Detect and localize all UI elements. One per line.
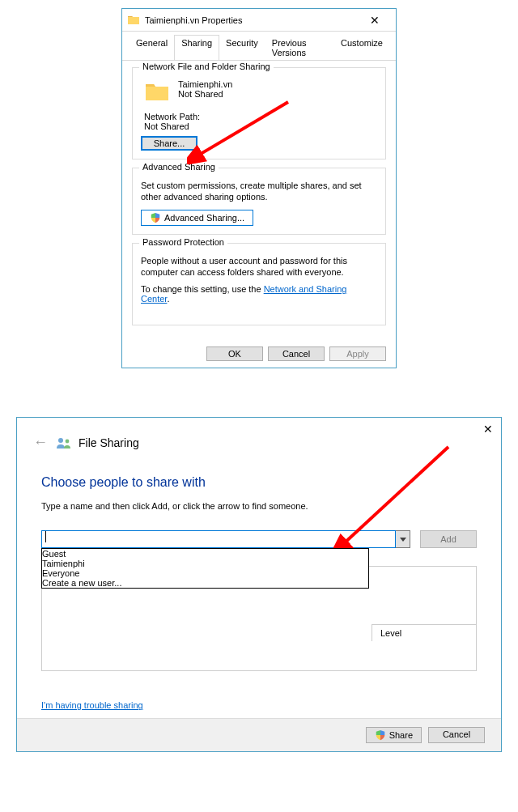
- tab-general[interactable]: General: [129, 35, 175, 60]
- add-button[interactable]: Add: [420, 530, 477, 548]
- share-button[interactable]: Share: [366, 727, 422, 743]
- tab-strip: General Sharing Security Previous Versio…: [122, 32, 396, 61]
- network-path-value: Not Shared: [144, 121, 377, 131]
- heading: Choose people to share with: [41, 475, 477, 490]
- dropdown-item-create-user[interactable]: Create a new user...: [42, 578, 368, 588]
- password-text-1: People without a user account and passwo…: [141, 255, 377, 278]
- close-button[interactable]: ✕: [483, 423, 493, 436]
- titlebar[interactable]: Taimienphi.vn Properties ✕: [122, 9, 396, 32]
- name-input[interactable]: [41, 530, 396, 548]
- folder-icon: [127, 14, 140, 27]
- advanced-sharing-button[interactable]: Advanced Sharing...: [141, 210, 253, 226]
- advanced-description: Set custom permissions, create multiple …: [141, 180, 377, 203]
- chevron-down-icon: [400, 538, 406, 542]
- network-sharing-group: Network File and Folder Sharing Taimienp…: [132, 67, 386, 159]
- network-path-label: Network Path:: [144, 112, 377, 121]
- group-title: Password Protection: [139, 237, 227, 247]
- tab-content: Network File and Folder Sharing Taimienp…: [122, 61, 396, 340]
- tab-customize[interactable]: Customize: [333, 35, 390, 60]
- password-protection-group: Password Protection People without a use…: [132, 243, 386, 326]
- folder-name-label: Taimienphi.vn: [178, 79, 232, 89]
- password-text-2: To change this setting, use the Network …: [141, 284, 377, 304]
- tab-security[interactable]: Security: [219, 35, 265, 60]
- dialog-body: Choose people to share with Type a name …: [17, 459, 501, 718]
- dialog-footer: Share Cancel: [17, 718, 501, 751]
- name-combo-row: Add Guest Taimienphi Everyone Create a n…: [41, 530, 477, 548]
- combo-dropdown-button[interactable]: [396, 530, 410, 548]
- close-button[interactable]: ✕: [359, 14, 391, 27]
- ok-button[interactable]: OK: [206, 346, 263, 361]
- properties-dialog: Taimienphi.vn Properties ✕ General Shari…: [121, 8, 397, 368]
- advanced-sharing-label: Advanced Sharing...: [164, 213, 244, 223]
- share-button-label: Share: [389, 730, 413, 740]
- dropdown-item-guest[interactable]: Guest: [42, 549, 368, 559]
- dialog-title: Taimienphi.vn Properties: [145, 15, 359, 25]
- dropdown-item-everyone[interactable]: Everyone: [42, 568, 368, 578]
- shield-icon: [150, 212, 161, 223]
- svg-point-2: [66, 439, 70, 443]
- dialog-title: File Sharing: [79, 436, 139, 449]
- file-sharing-dialog: ✕ ← File Sharing Choose people to share …: [16, 417, 502, 752]
- dialog-header: ← File Sharing: [17, 418, 501, 459]
- share-status-label: Not Shared: [178, 89, 232, 99]
- permission-level-header: Level: [372, 624, 477, 641]
- dialog-footer: OK Cancel Apply: [122, 340, 396, 368]
- group-title: Advanced Sharing: [139, 162, 219, 172]
- back-arrow-icon[interactable]: ←: [33, 434, 48, 451]
- cancel-button[interactable]: Cancel: [268, 346, 325, 361]
- apply-button[interactable]: Apply: [329, 346, 386, 361]
- tab-sharing[interactable]: Sharing: [174, 35, 219, 60]
- group-title: Network File and Folder Sharing: [139, 62, 274, 71]
- dropdown-item-taimienphi[interactable]: Taimienphi: [42, 559, 368, 568]
- shield-icon: [375, 729, 386, 741]
- folder-icon: [144, 79, 170, 105]
- cancel-button[interactable]: Cancel: [428, 727, 485, 743]
- advanced-sharing-group: Advanced Sharing Set custom permissions,…: [132, 168, 386, 235]
- dropdown-list: Guest Taimienphi Everyone Create a new u…: [41, 548, 369, 589]
- instruction-text: Type a name and then click Add, or click…: [41, 501, 477, 511]
- file-sharing-icon: [56, 436, 72, 449]
- tab-previous-versions[interactable]: Previous Versions: [265, 35, 334, 60]
- share-button[interactable]: Share...: [141, 136, 197, 151]
- svg-point-1: [58, 438, 63, 443]
- trouble-sharing-link[interactable]: I'm having trouble sharing: [41, 700, 143, 710]
